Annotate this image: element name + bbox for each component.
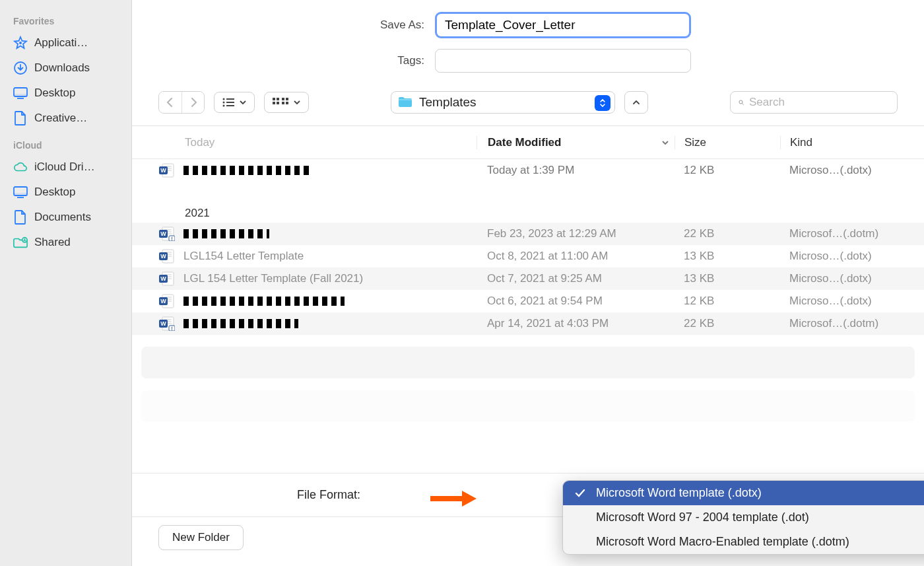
file-date: Feb 23, 2023 at 12:29 AM — [477, 227, 675, 240]
word-file-icon: W! — [158, 316, 176, 331]
svg-rect-21 — [286, 98, 288, 100]
word-file-icon: W — [158, 163, 176, 178]
icloud-item-0[interactable]: iCloud Dri… — [0, 155, 131, 180]
column-size[interactable]: Size — [675, 136, 780, 149]
svg-marker-68 — [462, 491, 477, 507]
group-view-button[interactable] — [264, 92, 309, 113]
file-format-label: File Format: — [297, 488, 360, 502]
saveas-input[interactable] — [435, 12, 691, 38]
format-option-1[interactable]: Microsoft Word 97 - 2004 template (.dot) — [563, 505, 924, 530]
svg-rect-24 — [399, 100, 412, 100]
chevron-right-icon — [189, 98, 197, 107]
sidebar-item-label: Shared — [34, 236, 71, 249]
desktop-icon — [13, 185, 28, 199]
file-row[interactable]: WToday at 1:39 PM12 KBMicroso…(.dotx) — [132, 159, 924, 182]
file-name: LGL 154 Letter Template (Fall 2021) — [183, 272, 477, 285]
svg-line-26 — [742, 104, 744, 105]
list-icon — [222, 98, 234, 107]
file-row[interactable]: WLGL 154 Letter Template (Fall 2021)Oct … — [132, 267, 924, 290]
main-panel: Save As: Tags: — [132, 0, 924, 566]
svg-text:W: W — [160, 230, 166, 237]
word-file-icon: W — [158, 294, 176, 308]
column-name[interactable]: Today — [158, 136, 477, 149]
file-kind: Microso…(.dotx) — [780, 295, 898, 308]
sidebar-item-label: Applicati… — [34, 36, 88, 50]
redacted-filename — [183, 319, 298, 328]
svg-rect-3 — [14, 94, 27, 96]
file-size: 13 KB — [675, 250, 780, 263]
redacted-filename — [183, 297, 345, 306]
blank-row — [141, 347, 915, 378]
sidebar-item-label: iCloud Dri… — [34, 160, 95, 174]
updown-icon — [595, 95, 610, 111]
file-kind: Microso…(.dotx) — [780, 164, 898, 177]
group-label: 2021 — [132, 199, 924, 223]
sidebar-heading-icloud: iCloud — [0, 131, 131, 155]
new-folder-button[interactable]: New Folder — [158, 525, 244, 550]
file-size: 12 KB — [675, 164, 780, 177]
file-row[interactable]: WLGL154 Letter TemplateOct 8, 2021 at 11… — [132, 245, 924, 267]
redacted-filename — [183, 229, 269, 238]
folder-icon — [398, 96, 412, 108]
format-option-2[interactable]: Microsoft Word Macro-Enabled template (.… — [563, 530, 924, 554]
svg-point-9 — [24, 238, 25, 240]
svg-rect-17 — [277, 98, 279, 100]
document-icon — [13, 111, 28, 125]
favorites-item-3[interactable]: Creative… — [0, 106, 131, 131]
list-view-button[interactable] — [214, 92, 255, 113]
icloud-item-3[interactable]: Shared — [0, 230, 131, 255]
file-list[interactable]: WToday at 1:39 PM12 KBMicroso…(.dotx)202… — [132, 159, 924, 473]
format-option-0[interactable]: Microsoft Word template (.dotx) — [563, 481, 924, 505]
icloud-item-2[interactable]: Documents — [0, 205, 131, 230]
column-kind[interactable]: Kind — [780, 136, 898, 149]
file-date: Oct 7, 2021 at 9:25 AM — [477, 272, 675, 285]
icloud-item-1[interactable]: Desktop — [0, 180, 131, 205]
word-file-icon: W — [158, 271, 176, 286]
favorites-item-2[interactable]: Desktop — [0, 81, 131, 106]
svg-text:W: W — [160, 275, 166, 282]
svg-text:W: W — [160, 320, 166, 327]
sort-chevron-icon — [661, 139, 669, 146]
file-row[interactable]: WOct 6, 2021 at 9:54 PM12 KBMicroso…(.do… — [132, 290, 924, 312]
desktop-icon — [13, 86, 28, 100]
favorites-item-1[interactable]: Downloads — [0, 55, 131, 81]
column-date[interactable]: Date Modified — [477, 136, 675, 149]
location-select[interactable]: Templates — [391, 91, 615, 114]
svg-rect-11 — [226, 98, 234, 100]
svg-rect-13 — [226, 102, 234, 103]
grid-group-icon — [273, 98, 288, 107]
tags-input[interactable] — [435, 49, 691, 73]
svg-point-12 — [223, 102, 225, 104]
svg-point-25 — [739, 100, 742, 104]
file-row[interactable]: W!Feb 23, 2023 at 12:29 AM22 KBMicrosof…… — [132, 223, 924, 245]
tags-label: Tags: — [365, 54, 424, 67]
back-button[interactable] — [159, 92, 182, 113]
redacted-filename — [183, 166, 313, 175]
forward-button[interactable] — [182, 92, 204, 113]
save-form: Save As: Tags: — [132, 0, 924, 86]
cloud-icon — [13, 160, 28, 174]
favorites-item-0[interactable]: Applicati… — [0, 30, 131, 55]
svg-text:W: W — [160, 167, 166, 174]
svg-text:W: W — [160, 253, 166, 260]
file-row[interactable]: W!Apr 14, 2021 at 4:03 PM22 KBMicrosof…(… — [132, 312, 924, 335]
chevron-down-icon — [294, 100, 300, 105]
collapse-button[interactable] — [624, 91, 648, 114]
search-input[interactable] — [749, 96, 889, 109]
format-option-label: Microsoft Word Macro-Enabled template (.… — [596, 535, 849, 549]
svg-rect-19 — [277, 102, 279, 104]
sidebar-heading-favorites: Favorites — [0, 7, 131, 30]
shared-icon — [13, 235, 28, 250]
file-kind: Microsof…(.dotm) — [780, 317, 898, 330]
annotation-arrow-icon — [429, 489, 477, 508]
word-file-icon: W! — [158, 227, 176, 241]
file-date: Oct 6, 2021 at 9:54 PM — [477, 295, 675, 308]
document-icon — [13, 210, 28, 225]
search-box[interactable] — [730, 91, 898, 114]
downloads-icon — [13, 61, 28, 75]
svg-rect-22 — [282, 102, 284, 104]
file-date: Oct 8, 2021 at 11:00 AM — [477, 250, 675, 263]
svg-point-0 — [19, 42, 22, 44]
file-format-dropdown[interactable]: Microsoft Word template (.dotx)Microsoft… — [562, 480, 924, 555]
word-file-icon: W — [158, 249, 176, 264]
